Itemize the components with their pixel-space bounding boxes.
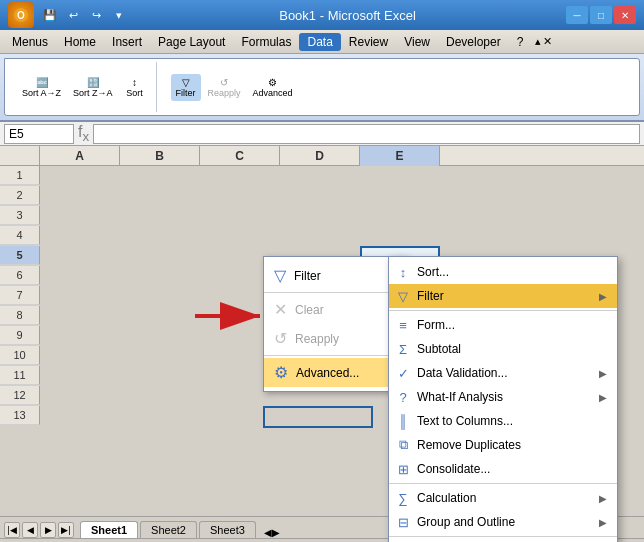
- cell-a8[interactable]: [40, 306, 120, 326]
- cell-d3[interactable]: [280, 206, 360, 226]
- customize-quick-btn[interactable]: ▾: [109, 5, 129, 25]
- data-menu-subtotal[interactable]: Σ Subtotal: [389, 337, 617, 361]
- filter-submenu-reapply[interactable]: ↺ Reapply: [264, 324, 407, 353]
- redo-quick-btn[interactable]: ↪: [86, 5, 106, 25]
- row-header-13: 13: [0, 406, 40, 425]
- cell-b2[interactable]: [120, 186, 200, 206]
- cell-a11[interactable]: [40, 366, 120, 386]
- cell-b6[interactable]: [120, 266, 200, 286]
- data-menu-filter[interactable]: ▽ Filter ▶: [389, 284, 617, 308]
- cell-e2[interactable]: [360, 186, 440, 206]
- cell-c3[interactable]: [200, 206, 280, 226]
- cell-a13[interactable]: [40, 406, 120, 426]
- sort-ascending-btn[interactable]: 🔤 Sort A→Z: [17, 74, 66, 101]
- sort-descending-btn[interactable]: 🔡 Sort Z→A: [68, 74, 118, 101]
- reapply-btn[interactable]: ↺ Reapply: [203, 74, 246, 101]
- cell-e4[interactable]: [360, 226, 440, 246]
- data-menu-sort[interactable]: ↕ Sort...: [389, 260, 617, 284]
- sheet-tab-3[interactable]: Sheet3: [199, 521, 256, 538]
- office-button[interactable]: O: [8, 2, 34, 28]
- cell-b3[interactable]: [120, 206, 200, 226]
- menu-formulas[interactable]: Formulas: [233, 33, 299, 51]
- sheet-tab-1[interactable]: Sheet1: [80, 521, 138, 538]
- data-menu-text-columns[interactable]: ║ Text to Columns...: [389, 409, 617, 433]
- menu-insert[interactable]: Insert: [104, 33, 150, 51]
- column-headers: A B C D E: [0, 146, 644, 166]
- menu-data[interactable]: Data: [299, 33, 340, 51]
- ribbon-collapse-btn[interactable]: ▴: [535, 35, 541, 48]
- cell-d4[interactable]: [280, 226, 360, 246]
- cell-e3[interactable]: [360, 206, 440, 226]
- formula-bar: fx: [0, 122, 644, 146]
- maximize-button[interactable]: □: [590, 6, 612, 24]
- cell-b10[interactable]: [120, 346, 200, 366]
- advanced-filter-btn[interactable]: ⚙ Advanced: [248, 74, 298, 101]
- cell-b11[interactable]: [120, 366, 200, 386]
- data-menu-calculation[interactable]: ∑ Calculation ▶: [389, 486, 617, 510]
- data-menu-form[interactable]: ≡ Form...: [389, 313, 617, 337]
- close-app-btn[interactable]: ✕: [543, 35, 552, 48]
- cell-c1[interactable]: [200, 166, 280, 186]
- filter-icon: ▽: [182, 77, 190, 88]
- filter-btn[interactable]: ▽ Filter: [171, 74, 201, 101]
- sheet-nav-prev[interactable]: ◀: [22, 522, 38, 538]
- cell-b13[interactable]: [120, 406, 200, 426]
- sheet-nav-next[interactable]: ▶: [40, 522, 56, 538]
- cell-b12[interactable]: [120, 386, 200, 406]
- formula-input[interactable]: [93, 124, 640, 144]
- menu-page-layout[interactable]: Page Layout: [150, 33, 233, 51]
- cell-b5[interactable]: [120, 246, 200, 266]
- cell-e1[interactable]: [360, 166, 440, 186]
- menu-view[interactable]: View: [396, 33, 438, 51]
- cell-c4[interactable]: [200, 226, 280, 246]
- cell-b1[interactable]: [120, 166, 200, 186]
- cell-a7[interactable]: [40, 286, 120, 306]
- data-menu-remove-dup[interactable]: ⧉ Remove Duplicates: [389, 433, 617, 457]
- cell-b7[interactable]: [120, 286, 200, 306]
- filter-submenu-clear[interactable]: ✕ Clear: [264, 295, 407, 324]
- cell-d13[interactable]: [280, 406, 360, 426]
- cell-a4[interactable]: [40, 226, 120, 246]
- menu-menus[interactable]: Menus: [4, 33, 56, 51]
- title-bar: O 💾 ↩ ↪ ▾ Book1 - Microsoft Excel ─ □ ✕: [0, 0, 644, 30]
- undo-quick-btn[interactable]: ↩: [63, 5, 83, 25]
- advanced-icon: ⚙: [268, 77, 277, 88]
- close-button[interactable]: ✕: [614, 6, 636, 24]
- row-header-11: 11: [0, 366, 40, 385]
- cell-b9[interactable]: [120, 326, 200, 346]
- data-menu-whatif[interactable]: ? What-If Analysis ▶: [389, 385, 617, 409]
- cell-d2[interactable]: [280, 186, 360, 206]
- cell-reference-input[interactable]: [4, 124, 74, 144]
- cell-a3[interactable]: [40, 206, 120, 226]
- menu-help[interactable]: ?: [509, 33, 532, 51]
- sort-custom-btn[interactable]: ↕ Sort: [120, 74, 150, 101]
- menu-home[interactable]: Home: [56, 33, 104, 51]
- cell-a9[interactable]: [40, 326, 120, 346]
- cell-a10[interactable]: [40, 346, 120, 366]
- data-menu-validation[interactable]: ✓ Data Validation... ▶: [389, 361, 617, 385]
- cell-d1[interactable]: [280, 166, 360, 186]
- form-icon: ≡: [395, 317, 411, 333]
- sheet-tab-2[interactable]: Sheet2: [140, 521, 197, 538]
- validation-icon: ✓: [395, 365, 411, 381]
- cell-c13[interactable]: [200, 406, 280, 426]
- cell-c2[interactable]: [200, 186, 280, 206]
- cell-b4[interactable]: [120, 226, 200, 246]
- filter-submenu-advanced[interactable]: ⚙ Advanced...: [264, 358, 407, 387]
- cell-b8[interactable]: [120, 306, 200, 326]
- minimize-button[interactable]: ─: [566, 6, 588, 24]
- data-menu-group-outline[interactable]: ⊟ Group and Outline ▶: [389, 510, 617, 534]
- menu-developer[interactable]: Developer: [438, 33, 509, 51]
- sheet-nav-last[interactable]: ▶|: [58, 522, 74, 538]
- data-menu-consolidate[interactable]: ⊞ Consolidate...: [389, 457, 617, 481]
- cell-a2[interactable]: [40, 186, 120, 206]
- filter-submenu-filter[interactable]: ▽ Filter: [264, 261, 407, 290]
- cell-a6[interactable]: [40, 266, 120, 286]
- cell-a5[interactable]: [40, 246, 120, 266]
- sheet-nav-first[interactable]: |◀: [4, 522, 20, 538]
- sheet-tab-scroll[interactable]: ◀▶: [264, 527, 280, 538]
- menu-review[interactable]: Review: [341, 33, 396, 51]
- save-quick-btn[interactable]: 💾: [40, 5, 60, 25]
- cell-a12[interactable]: [40, 386, 120, 406]
- cell-a1[interactable]: [40, 166, 120, 186]
